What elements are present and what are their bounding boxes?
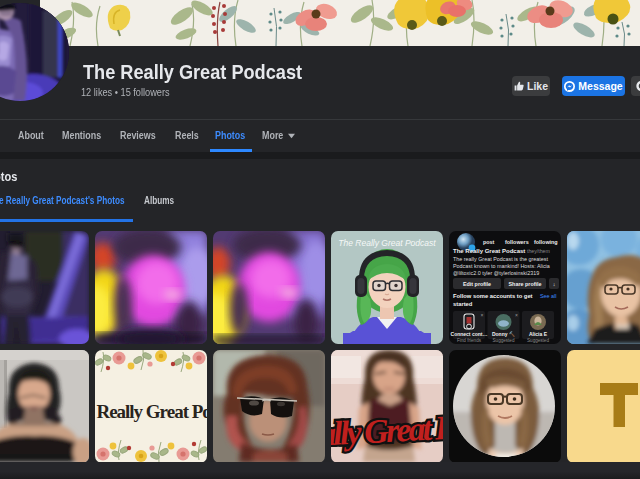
svg-text:The Really Great Podcast they/: The Really Great Podcast they/them bbox=[453, 248, 550, 254]
svg-text:×: × bbox=[515, 312, 518, 318]
svg-text:See all: See all bbox=[540, 293, 556, 299]
svg-text:following: following bbox=[534, 239, 558, 245]
svg-text:Suggested: Suggested bbox=[493, 338, 515, 343]
svg-text:Connect cont…: Connect cont… bbox=[451, 331, 488, 337]
svg-text:↓: ↓ bbox=[553, 281, 556, 287]
svg-text:Podcast known to mankind! Host: Podcast known to mankind! Hosts: Alicia bbox=[453, 263, 550, 269]
svg-text:@liltoxic2.0 tyler @tylerlosin: @liltoxic2.0 tyler @tylerlosinski2319 bbox=[453, 270, 539, 276]
svg-text:The Really Great Podcast: The Really Great Podcast bbox=[95, 401, 207, 422]
svg-text:The Really Great Podcast: The Really Great Podcast bbox=[338, 238, 436, 248]
svg-text:The really Great Podcast is th: The really Great Podcast is the greatest bbox=[453, 256, 548, 262]
svg-text:Share profile: Share profile bbox=[509, 281, 542, 287]
svg-text:Suggested: Suggested bbox=[527, 338, 549, 343]
svg-text:Find friends: Find friends bbox=[457, 338, 482, 343]
svg-text:followers: followers bbox=[505, 239, 529, 245]
svg-text:post: post bbox=[483, 239, 495, 245]
svg-text:Donny 🔨: Donny 🔨 bbox=[492, 331, 516, 338]
svg-text:Alicia E: Alicia E bbox=[529, 331, 548, 337]
svg-text:Follow some accounts to get: Follow some accounts to get bbox=[453, 293, 533, 299]
svg-text:started: started bbox=[453, 301, 473, 307]
svg-text:×: × bbox=[481, 312, 484, 318]
svg-text:Edit profile: Edit profile bbox=[463, 281, 491, 287]
